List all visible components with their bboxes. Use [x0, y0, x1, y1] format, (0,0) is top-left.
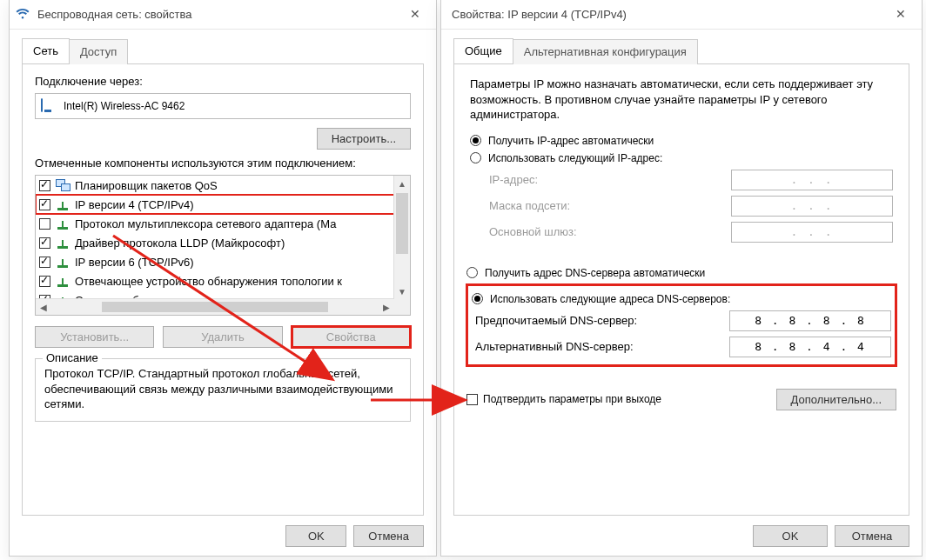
scroll-corner: [394, 299, 410, 315]
subnet-mask-input: . . .: [731, 196, 893, 217]
protocol-icon: [56, 275, 70, 287]
close-icon[interactable]: ✕: [399, 2, 431, 26]
item-label: Протокол мультиплексора сетевого адаптер…: [75, 217, 336, 230]
wifi-icon: [15, 6, 30, 22]
components-label: Отмеченные компоненты используются этим …: [35, 157, 411, 170]
radio-icon: [470, 152, 481, 163]
item-label: IP версии 6 (TCP/IPv6): [75, 256, 194, 269]
adapter-name: Intel(R) Wireless-AC 9462: [64, 100, 185, 112]
window-title: Беспроводная сеть: свойства: [37, 8, 399, 21]
item-label: Драйвер протокола LLDP (Майкрософт): [75, 237, 285, 250]
ip-address-input: . . .: [731, 170, 893, 190]
checkbox[interactable]: [39, 180, 50, 191]
radio-ip-manual[interactable]: Использовать следующий IP-адрес:: [470, 152, 893, 164]
protocol-icon: [56, 237, 70, 249]
configure-button[interactable]: Настроить...: [317, 128, 411, 150]
remove-button[interactable]: Удалить: [163, 326, 282, 348]
window-title: Свойства: IP версии 4 (TCP/IPv4): [446, 8, 885, 21]
tab-network[interactable]: Сеть: [22, 38, 70, 63]
checkbox[interactable]: [466, 394, 478, 405]
tabs: Общие Альтернативная конфигурация: [441, 30, 922, 63]
close-icon[interactable]: ✕: [885, 2, 916, 26]
ip-address-label: IP-адрес:: [489, 173, 731, 186]
intro-text: Параметры IP можно назначать автоматичес…: [470, 77, 896, 123]
validate-checkbox-row[interactable]: Подтвердить параметры при выходе: [466, 393, 661, 405]
radio-dns-auto[interactable]: Получить адрес DNS-сервера автоматически: [466, 267, 896, 279]
radio-dns-manual[interactable]: Использовать следующие адреса DNS-сервер…: [472, 293, 891, 305]
radio-ip-auto[interactable]: Получить IP-адрес автоматически: [470, 135, 893, 147]
ok-button[interactable]: OK: [285, 525, 346, 547]
gateway-input: . . .: [731, 222, 893, 243]
preferred-dns-label: Предпочитаемый DNS-сервер:: [475, 314, 729, 327]
ok-button[interactable]: OK: [753, 525, 828, 547]
subnet-mask-label: Маска подсети:: [489, 199, 731, 212]
item-label: Отвечающее устройство обнаружения тополо…: [75, 275, 342, 288]
tab-alt-config[interactable]: Альтернативная конфигурация: [513, 39, 698, 64]
protocol-icon: [56, 217, 70, 230]
validate-label: Подтвердить параметры при выходе: [483, 393, 661, 405]
description-legend: Описание: [43, 351, 102, 364]
dialog-footer: OK Отмена: [753, 525, 909, 547]
list-item[interactable]: Драйвер протокола LLDP (Майкрософт): [36, 233, 394, 252]
list-item[interactable]: IP версии 6 (TCP/IPv6): [36, 252, 394, 271]
checkbox[interactable]: [39, 257, 50, 268]
adapter-field[interactable]: Intel(R) Wireless-AC 9462: [35, 93, 411, 119]
protocol-icon: [56, 256, 70, 268]
list-item[interactable]: Отвечающее устройство обнаружения тополо…: [36, 271, 394, 290]
ipv4-properties-window: Свойства: IP версии 4 (TCP/IPv4) ✕ Общие…: [440, 0, 923, 557]
gateway-label: Основной шлюз:: [489, 225, 731, 238]
checkbox[interactable]: [39, 237, 50, 249]
radio-icon: [470, 135, 481, 146]
item-label: IP версии 4 (TCP/IPv4): [75, 198, 194, 211]
connect-via-label: Подключение через:: [35, 75, 411, 88]
advanced-button[interactable]: Дополнительно...: [776, 389, 896, 410]
properties-button[interactable]: Свойства: [292, 326, 411, 348]
adapter-icon: [41, 99, 57, 113]
horizontal-scrollbar[interactable]: ◀▶: [36, 298, 394, 315]
install-button[interactable]: Установить...: [35, 326, 154, 348]
preferred-dns-input[interactable]: 8 . 8 . 8 . 8: [729, 310, 891, 331]
titlebar[interactable]: Беспроводная сеть: свойства ✕: [10, 0, 436, 30]
titlebar[interactable]: Свойства: IP версии 4 (TCP/IPv4) ✕: [441, 0, 922, 30]
cancel-button[interactable]: Отмена: [835, 525, 909, 547]
network-properties-window: Беспроводная сеть: свойства ✕ Сеть Досту…: [9, 0, 437, 557]
components-list[interactable]: Планировщик пакетов QoS IP версии 4 (TCP…: [35, 175, 411, 316]
tab-general[interactable]: Общие: [453, 38, 513, 63]
radio-label: Получить адрес DNS-сервера автоматически: [485, 267, 705, 279]
alternate-dns-input[interactable]: 8 . 8 . 4 . 4: [729, 337, 891, 357]
radio-icon: [472, 293, 483, 304]
checkbox[interactable]: [39, 218, 50, 230]
checkbox[interactable]: [39, 199, 50, 210]
radio-label: Получить IP-адрес автоматически: [488, 135, 654, 147]
item-label: Планировщик пакетов QoS: [75, 179, 218, 192]
protocol-icon: [56, 198, 70, 210]
radio-label: Использовать следующий IP-адрес:: [488, 152, 662, 164]
description-text: Протокол TCP/IP. Стандартный протокол гл…: [44, 366, 401, 412]
list-item[interactable]: Планировщик пакетов QoS: [36, 176, 394, 195]
dialog-footer: OK Отмена: [285, 525, 424, 547]
list-item[interactable]: Протокол мультиплексора сетевого адаптер…: [36, 214, 394, 233]
cancel-button[interactable]: Отмена: [353, 525, 424, 547]
checkbox[interactable]: [39, 276, 50, 287]
alternate-dns-label: Альтернативный DNS-сервер:: [475, 340, 729, 353]
tab-page: Параметры IP можно назначать автоматичес…: [453, 63, 909, 516]
radio-label: Использовать следующие адреса DNS-сервер…: [490, 293, 730, 305]
description-group: Описание Протокол TCP/IP. Стандартный пр…: [35, 358, 411, 422]
radio-icon: [466, 267, 478, 278]
tab-access[interactable]: Доступ: [69, 39, 128, 64]
tab-page: Подключение через: Intel(R) Wireless-AC …: [22, 63, 424, 516]
qos-icon: [56, 179, 70, 191]
vertical-scrollbar[interactable]: ▲▼: [393, 176, 410, 299]
tabs: Сеть Доступ: [10, 30, 436, 63]
list-item-ipv4[interactable]: IP версии 4 (TCP/IPv4): [36, 195, 394, 214]
